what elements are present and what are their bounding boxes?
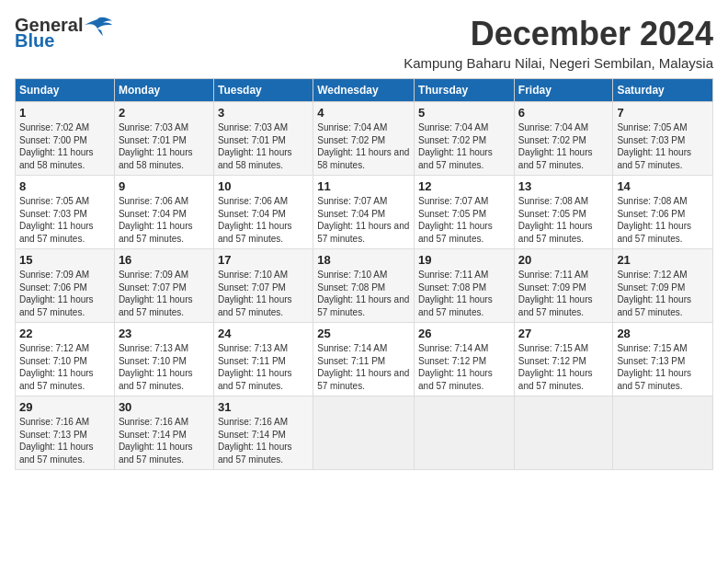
day-number: 3 [218, 106, 309, 120]
table-row: 27Sunrise: 7:15 AMSunset: 7:12 PMDayligh… [514, 323, 613, 396]
day-number: 1 [19, 106, 110, 120]
logo: General Blue [15, 15, 112, 52]
calendar-table: Sunday Monday Tuesday Wednesday Thursday… [15, 78, 713, 470]
table-row: 30Sunrise: 7:16 AMSunset: 7:14 PMDayligh… [114, 396, 213, 470]
day-number: 26 [418, 327, 510, 340]
day-info: Sunrise: 7:06 AMSunset: 7:04 PMDaylight:… [119, 195, 210, 245]
day-number: 2 [119, 106, 210, 120]
table-row: 22Sunrise: 7:12 AMSunset: 7:10 PMDayligh… [16, 323, 115, 396]
table-row: 20Sunrise: 7:11 AMSunset: 7:09 PMDayligh… [514, 249, 613, 323]
day-info: Sunrise: 7:03 AMSunset: 7:01 PMDaylight:… [119, 121, 210, 171]
day-number: 21 [617, 253, 709, 267]
table-row: 28Sunrise: 7:15 AMSunset: 7:13 PMDayligh… [613, 323, 713, 396]
table-row: 25Sunrise: 7:14 AMSunset: 7:11 PMDayligh… [313, 323, 415, 396]
table-row: 14Sunrise: 7:08 AMSunset: 7:06 PMDayligh… [613, 176, 713, 249]
day-info: Sunrise: 7:07 AMSunset: 7:05 PMDaylight:… [418, 195, 510, 245]
day-info: Sunrise: 7:14 AMSunset: 7:11 PMDaylight:… [317, 342, 410, 392]
day-info: Sunrise: 7:16 AMSunset: 7:14 PMDaylight:… [119, 416, 210, 465]
page-header: General Blue December 2024 Kampung Bahar… [15, 15, 713, 71]
day-number: 6 [518, 106, 609, 120]
day-info: Sunrise: 7:12 AMSunset: 7:10 PMDaylight:… [19, 342, 110, 392]
table-row: 7Sunrise: 7:05 AMSunset: 7:03 PMDaylight… [613, 102, 713, 176]
table-row [415, 396, 515, 470]
col-thursday: Thursday [415, 79, 515, 102]
day-info: Sunrise: 7:15 AMSunset: 7:13 PMDaylight:… [617, 342, 709, 392]
table-row: 6Sunrise: 7:04 AMSunset: 7:02 PMDaylight… [514, 102, 613, 176]
table-row: 15Sunrise: 7:09 AMSunset: 7:06 PMDayligh… [16, 249, 115, 323]
col-wednesday: Wednesday [313, 79, 415, 102]
day-number: 24 [218, 327, 309, 340]
table-row: 17Sunrise: 7:10 AMSunset: 7:07 PMDayligh… [213, 249, 313, 323]
day-number: 8 [19, 179, 110, 193]
table-row: 24Sunrise: 7:13 AMSunset: 7:11 PMDayligh… [213, 323, 313, 396]
table-row: 1Sunrise: 7:02 AMSunset: 7:00 PMDaylight… [16, 102, 115, 176]
col-sunday: Sunday [16, 79, 115, 102]
day-number: 11 [317, 179, 410, 193]
calendar-week-row: 15Sunrise: 7:09 AMSunset: 7:06 PMDayligh… [16, 249, 713, 323]
table-row: 19Sunrise: 7:11 AMSunset: 7:08 PMDayligh… [415, 249, 515, 323]
day-info: Sunrise: 7:07 AMSunset: 7:04 PMDaylight:… [317, 195, 410, 245]
calendar-week-row: 1Sunrise: 7:02 AMSunset: 7:00 PMDaylight… [16, 102, 713, 176]
table-row: 10Sunrise: 7:06 AMSunset: 7:04 PMDayligh… [213, 176, 313, 249]
day-info: Sunrise: 7:12 AMSunset: 7:09 PMDaylight:… [617, 269, 709, 318]
day-number: 4 [317, 106, 410, 120]
calendar-week-row: 8Sunrise: 7:05 AMSunset: 7:03 PMDaylight… [16, 176, 713, 249]
table-row: 23Sunrise: 7:13 AMSunset: 7:10 PMDayligh… [114, 323, 213, 396]
day-info: Sunrise: 7:16 AMSunset: 7:14 PMDaylight:… [218, 416, 309, 465]
day-info: Sunrise: 7:04 AMSunset: 7:02 PMDaylight:… [317, 121, 410, 171]
table-row: 2Sunrise: 7:03 AMSunset: 7:01 PMDaylight… [114, 102, 213, 176]
col-tuesday: Tuesday [213, 79, 313, 102]
day-info: Sunrise: 7:09 AMSunset: 7:06 PMDaylight:… [19, 269, 110, 318]
day-info: Sunrise: 7:04 AMSunset: 7:02 PMDaylight:… [418, 121, 510, 171]
day-info: Sunrise: 7:15 AMSunset: 7:12 PMDaylight:… [518, 342, 609, 392]
table-row: 29Sunrise: 7:16 AMSunset: 7:13 PMDayligh… [16, 396, 115, 470]
day-info: Sunrise: 7:05 AMSunset: 7:03 PMDaylight:… [617, 121, 709, 171]
table-row: 8Sunrise: 7:05 AMSunset: 7:03 PMDaylight… [16, 176, 115, 249]
day-number: 14 [617, 179, 709, 193]
day-info: Sunrise: 7:03 AMSunset: 7:01 PMDaylight:… [218, 121, 309, 171]
table-row [313, 396, 415, 470]
day-info: Sunrise: 7:06 AMSunset: 7:04 PMDaylight:… [218, 195, 309, 245]
day-number: 29 [19, 400, 110, 414]
day-number: 12 [418, 179, 510, 193]
col-friday: Friday [514, 79, 613, 102]
day-number: 7 [617, 106, 709, 120]
day-number: 15 [19, 253, 110, 267]
table-row [613, 396, 713, 470]
day-info: Sunrise: 7:08 AMSunset: 7:06 PMDaylight:… [617, 195, 709, 245]
day-info: Sunrise: 7:13 AMSunset: 7:11 PMDaylight:… [218, 342, 309, 392]
day-number: 5 [418, 106, 510, 120]
calendar-week-row: 29Sunrise: 7:16 AMSunset: 7:13 PMDayligh… [16, 396, 713, 470]
day-number: 10 [218, 179, 309, 193]
table-row: 21Sunrise: 7:12 AMSunset: 7:09 PMDayligh… [613, 249, 713, 323]
day-number: 30 [119, 400, 210, 414]
title-block: December 2024 Kampung Baharu Nilai, Nege… [404, 15, 713, 71]
day-info: Sunrise: 7:10 AMSunset: 7:08 PMDaylight:… [317, 269, 410, 318]
table-row: 11Sunrise: 7:07 AMSunset: 7:04 PMDayligh… [313, 176, 415, 249]
day-number: 25 [317, 327, 410, 340]
month-title: December 2024 [404, 15, 713, 53]
table-row [514, 396, 613, 470]
calendar-header-row: Sunday Monday Tuesday Wednesday Thursday… [16, 79, 713, 102]
table-row: 26Sunrise: 7:14 AMSunset: 7:12 PMDayligh… [415, 323, 515, 396]
calendar-week-row: 22Sunrise: 7:12 AMSunset: 7:10 PMDayligh… [16, 323, 713, 396]
day-info: Sunrise: 7:11 AMSunset: 7:08 PMDaylight:… [418, 269, 510, 318]
day-number: 22 [19, 327, 110, 340]
table-row: 5Sunrise: 7:04 AMSunset: 7:02 PMDaylight… [415, 102, 515, 176]
day-info: Sunrise: 7:02 AMSunset: 7:00 PMDaylight:… [19, 121, 110, 171]
day-number: 20 [518, 253, 609, 267]
day-number: 16 [119, 253, 210, 267]
table-row: 9Sunrise: 7:06 AMSunset: 7:04 PMDaylight… [114, 176, 213, 249]
day-info: Sunrise: 7:08 AMSunset: 7:05 PMDaylight:… [518, 195, 609, 245]
day-number: 19 [418, 253, 510, 267]
day-info: Sunrise: 7:14 AMSunset: 7:12 PMDaylight:… [418, 342, 510, 392]
day-info: Sunrise: 7:10 AMSunset: 7:07 PMDaylight:… [218, 269, 309, 318]
day-info: Sunrise: 7:11 AMSunset: 7:09 PMDaylight:… [518, 269, 609, 318]
day-number: 31 [218, 400, 309, 414]
table-row: 4Sunrise: 7:04 AMSunset: 7:02 PMDaylight… [313, 102, 415, 176]
day-number: 13 [518, 179, 609, 193]
table-row: 16Sunrise: 7:09 AMSunset: 7:07 PMDayligh… [114, 249, 213, 323]
day-info: Sunrise: 7:05 AMSunset: 7:03 PMDaylight:… [19, 195, 110, 245]
day-number: 9 [119, 179, 210, 193]
day-number: 18 [317, 253, 410, 267]
